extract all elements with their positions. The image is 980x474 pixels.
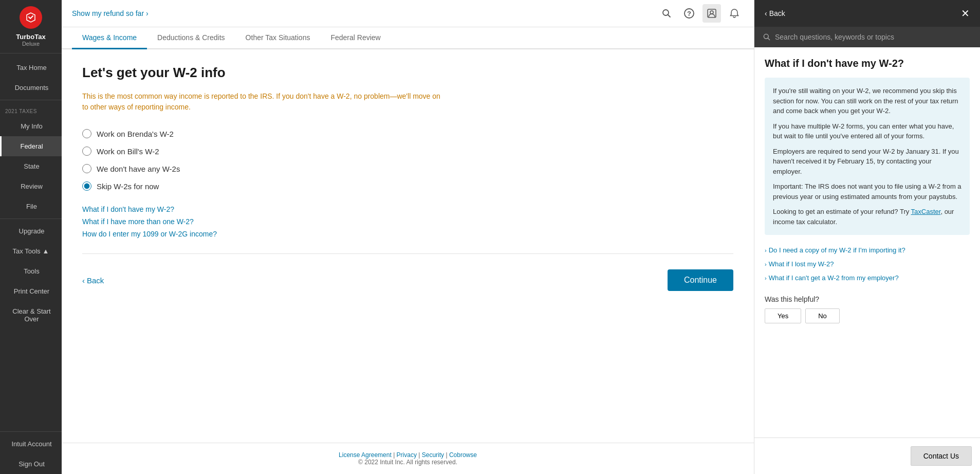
info-paragraph-5: Looking to get an estimate of your refun… bbox=[773, 207, 961, 227]
sidebar-bottom: Intuit Account Sign Out bbox=[0, 429, 62, 474]
chevron-left-icon: ‹ bbox=[82, 276, 85, 285]
chevron-icon: ▲ bbox=[43, 247, 49, 255]
content-divider bbox=[82, 253, 733, 254]
sidebar-item-intuit-account[interactable]: Intuit Account bbox=[0, 434, 62, 454]
help-link-multiple-w2[interactable]: What if I have more than one W-2? bbox=[82, 217, 733, 226]
svg-line-1 bbox=[668, 15, 671, 17]
faq-bullet-2: › bbox=[765, 261, 767, 267]
tab-other-tax-situations[interactable]: Other Tax Situations bbox=[235, 27, 321, 49]
helpful-no-button[interactable]: No bbox=[805, 308, 840, 323]
helpful-section: Was this helpful? Yes No bbox=[765, 295, 970, 323]
helpful-buttons: Yes No bbox=[765, 308, 970, 323]
radio-no-w2s[interactable] bbox=[82, 164, 91, 173]
faq-label-1: Do I need a copy of my W-2 if I'm import… bbox=[769, 246, 905, 254]
top-icons: ? bbox=[657, 4, 744, 23]
sidebar-item-clear-start-over[interactable]: Clear & Start Over bbox=[0, 301, 62, 329]
sidebar-logo: TurboTax Deluxe bbox=[0, 0, 62, 53]
cobrowse-link[interactable]: Cobrowse bbox=[449, 451, 477, 459]
panel-header: ‹ Back ✕ bbox=[754, 0, 980, 27]
sidebar-item-tools[interactable]: Tools bbox=[0, 261, 62, 281]
sidebar-item-federal[interactable]: Federal bbox=[0, 136, 62, 156]
sidebar-item-print-center[interactable]: Print Center bbox=[0, 281, 62, 301]
radio-option-bills-w2[interactable]: Work on Bill's W-2 bbox=[82, 142, 733, 160]
sidebar-item-sign-out[interactable]: Sign Out bbox=[0, 454, 62, 474]
svg-line-7 bbox=[768, 38, 770, 40]
radio-group: Work on Brenda's W-2 Work on Bill's W-2 … bbox=[82, 125, 733, 195]
top-bar: Show my refund so far › ? bbox=[62, 0, 754, 27]
panel-back-label: Back bbox=[769, 9, 785, 17]
panel-chevron-left-icon: ‹ bbox=[765, 9, 767, 17]
tab-wages-income[interactable]: Wages & Income bbox=[72, 27, 147, 49]
panel-back-button[interactable]: ‹ Back bbox=[765, 9, 785, 17]
svg-point-5 bbox=[710, 11, 713, 14]
chevron-right-icon: › bbox=[146, 9, 149, 17]
bottom-navigation: ‹ Back Continue bbox=[82, 269, 733, 301]
info-box: If you're still waiting on your W-2, we … bbox=[765, 78, 970, 235]
product-tier: Deluxe bbox=[22, 41, 40, 47]
sidebar-item-file[interactable]: File bbox=[0, 196, 62, 216]
show-refund-link[interactable]: Show my refund so far › bbox=[72, 9, 657, 17]
faq-item-3[interactable]: › What if I can't get a W-2 from my empl… bbox=[765, 271, 970, 285]
radio-skip-w2s[interactable] bbox=[82, 181, 91, 191]
faq-label-3: What if I can't get a W-2 from my employ… bbox=[769, 274, 899, 282]
tab-deductions-credits[interactable]: Deductions & Credits bbox=[147, 27, 235, 49]
faq-item-2[interactable]: › What if I lost my W-2? bbox=[765, 257, 970, 271]
info-paragraph-2: If you have multiple W-2 forms, you can … bbox=[773, 121, 961, 141]
taxcaster-link[interactable]: TaxCaster bbox=[911, 208, 941, 215]
sidebar-item-tax-home[interactable]: Tax Home bbox=[0, 58, 62, 78]
sidebar-divider-bottom bbox=[0, 431, 62, 432]
sidebar-item-state[interactable]: State bbox=[0, 156, 62, 176]
faq-label-2: What if I lost my W-2? bbox=[769, 260, 834, 268]
sidebar-item-documents[interactable]: Documents bbox=[0, 78, 62, 98]
help-links: What if I don't have my W-2? What if I h… bbox=[82, 205, 733, 238]
panel-footer: Contact Us bbox=[754, 437, 980, 474]
radio-bills-w2[interactable] bbox=[82, 147, 91, 156]
info-paragraph-3: Employers are required to send your W-2 … bbox=[773, 147, 961, 177]
footer: License Agreement | Privacy | Security |… bbox=[62, 443, 754, 474]
radio-option-brendas-w2[interactable]: Work on Brenda's W-2 bbox=[82, 125, 733, 142]
contact-us-button[interactable]: Contact Us bbox=[911, 446, 972, 466]
search-button[interactable] bbox=[657, 4, 676, 23]
panel-search-input[interactable] bbox=[775, 33, 972, 41]
license-agreement-link[interactable]: License Agreement bbox=[339, 451, 392, 459]
faq-item-1[interactable]: › Do I need a copy of my W-2 if I'm impo… bbox=[765, 243, 970, 257]
radio-brendas-w2[interactable] bbox=[82, 129, 91, 138]
continue-button[interactable]: Continue bbox=[668, 269, 733, 291]
back-label: Back bbox=[87, 276, 104, 285]
sidebar-item-review[interactable]: Review bbox=[0, 176, 62, 196]
page-title: Let's get your W-2 info bbox=[82, 65, 733, 81]
help-link-no-w2[interactable]: What if I don't have my W-2? bbox=[82, 205, 733, 213]
helpful-label: Was this helpful? bbox=[765, 295, 970, 303]
sidebar-item-my-info[interactable]: My Info bbox=[0, 116, 62, 136]
panel-search-icon bbox=[763, 33, 771, 41]
radio-option-no-w2s[interactable]: We don't have any W-2s bbox=[82, 160, 733, 177]
help-button[interactable]: ? bbox=[680, 4, 698, 23]
privacy-link[interactable]: Privacy bbox=[397, 451, 417, 459]
profile-button[interactable] bbox=[702, 4, 721, 23]
faq-bullet-3: › bbox=[765, 275, 767, 281]
tab-federal-review[interactable]: Federal Review bbox=[320, 27, 391, 49]
right-panel: ‹ Back ✕ What if I don't have my W-2? If… bbox=[754, 0, 980, 474]
radio-label-skip-w2s: Skip W-2s for now bbox=[97, 182, 159, 191]
page-subtitle: This is the most common way income is re… bbox=[82, 91, 442, 113]
faq-bullet-1: › bbox=[765, 247, 767, 253]
sidebar-item-tax-tools[interactable]: Tax Tools ▲ bbox=[0, 241, 62, 261]
turbotax-logo-icon bbox=[20, 6, 42, 29]
sidebar-navigation: Tax Home Documents 2021 TAXES My Info Fe… bbox=[0, 53, 62, 429]
sidebar-item-upgrade[interactable]: Upgrade bbox=[0, 221, 62, 241]
back-button[interactable]: ‹ Back bbox=[82, 276, 104, 285]
main-area: Show my refund so far › ? bbox=[62, 0, 754, 474]
panel-close-button[interactable]: ✕ bbox=[961, 8, 970, 19]
info-paragraph-4: Important: The IRS does not want you to … bbox=[773, 181, 961, 202]
radio-label-brendas-w2: Work on Brenda's W-2 bbox=[97, 130, 174, 138]
help-link-1099[interactable]: How do I enter my 1099 or W-2G income? bbox=[82, 230, 733, 238]
notifications-button[interactable] bbox=[725, 4, 744, 23]
show-refund-label: Show my refund so far bbox=[72, 9, 144, 17]
helpful-yes-button[interactable]: Yes bbox=[765, 308, 801, 323]
sidebar-divider bbox=[0, 100, 62, 100]
radio-option-skip-w2s[interactable]: Skip W-2s for now bbox=[82, 177, 733, 195]
sidebar: TurboTax Deluxe Tax Home Documents 2021 … bbox=[0, 0, 62, 474]
security-link[interactable]: Security bbox=[422, 451, 444, 459]
info-paragraph-1: If you're still waiting on your W-2, we … bbox=[773, 86, 961, 116]
copyright-text: © 2022 Intuit Inc. All rights reserved. bbox=[358, 459, 457, 466]
